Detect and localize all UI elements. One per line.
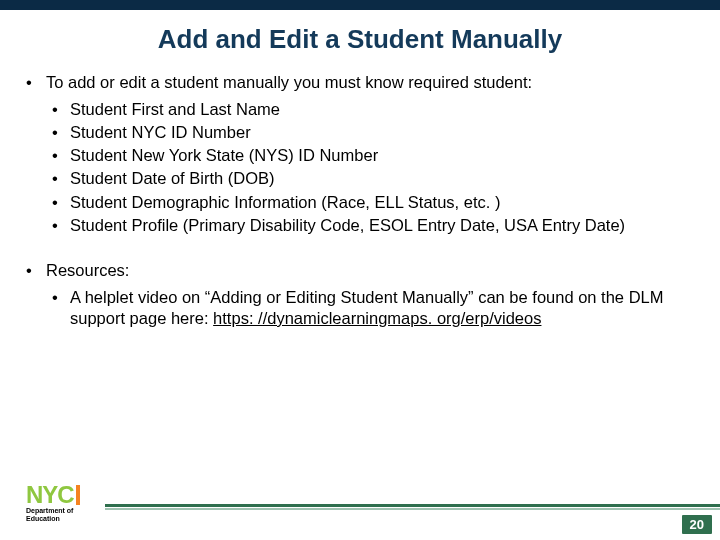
intro-bullet: To add or edit a student manually you mu… — [24, 72, 696, 236]
logo-accent-bar — [76, 485, 80, 505]
list-item: Student Profile (Primary Disability Code… — [46, 215, 696, 236]
bullet-list-lvl1: To add or edit a student manually you mu… — [24, 72, 696, 329]
req-text: Student First and Last Name — [70, 100, 280, 118]
nyc-doe-logo: NYC Department of Education — [26, 485, 80, 522]
list-item: A helplet video on “Adding or Editing St… — [46, 287, 696, 329]
footer-rule-dark — [105, 504, 720, 507]
req-text: Student NYC ID Number — [70, 123, 251, 141]
slide: Add and Edit a Student Manually To add o… — [0, 0, 720, 540]
req-text: Student Date of Birth (DOB) — [70, 169, 275, 187]
list-item: Student Date of Birth (DOB) — [46, 168, 696, 189]
requirements-list: Student First and Last Name Student NYC … — [46, 99, 696, 236]
list-item: Student New York State (NYS) ID Number — [46, 145, 696, 166]
logo-line2: Education — [26, 515, 80, 522]
intro-text: To add or edit a student manually you mu… — [46, 73, 532, 91]
req-text: Student New York State (NYS) ID Number — [70, 146, 378, 164]
req-text: Student Profile (Primary Disability Code… — [70, 216, 625, 234]
list-item: Student Demographic Information (Race, E… — [46, 192, 696, 213]
list-item: Student NYC ID Number — [46, 122, 696, 143]
page-number: 20 — [682, 515, 712, 534]
logo-brand-text: NYC — [26, 481, 74, 508]
logo-brand: NYC — [26, 485, 80, 505]
resources-link[interactable]: https: //dynamiclearningmaps. org/erp/vi… — [213, 309, 541, 327]
top-accent-bar — [0, 0, 720, 10]
resources-label: Resources: — [46, 261, 129, 279]
logo-line1: Department of — [26, 507, 80, 514]
req-text: Student Demographic Information (Race, E… — [70, 193, 500, 211]
resources-sublist: A helplet video on “Adding or Editing St… — [46, 287, 696, 329]
footer-rule-light — [105, 508, 720, 510]
logo-subtext: Department of Education — [26, 507, 80, 522]
resources-bullet: Resources: A helplet video on “Adding or… — [24, 260, 696, 329]
slide-title: Add and Edit a Student Manually — [0, 24, 720, 55]
list-item: Student First and Last Name — [46, 99, 696, 120]
slide-body: To add or edit a student manually you mu… — [24, 72, 696, 345]
slide-footer: NYC Department of Education 20 — [0, 468, 720, 540]
